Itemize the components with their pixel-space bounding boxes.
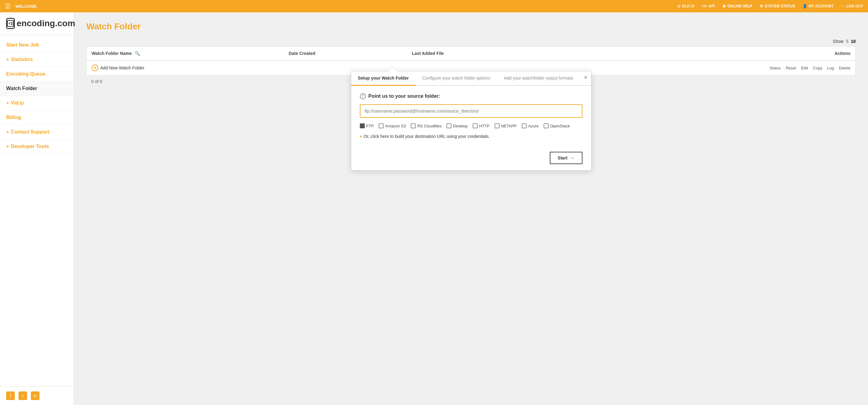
sidebar: encoding.com Start New Job + Statistics … xyxy=(0,12,74,405)
show-10-button[interactable]: 10 xyxy=(851,39,856,44)
sidebar-item-billing[interactable]: Billing xyxy=(0,111,74,125)
plus-icon-statistics: + xyxy=(6,57,9,62)
desktop-checkbox[interactable] xyxy=(446,123,452,128)
arrow-right-icon: → xyxy=(570,155,575,160)
protocol-openstack[interactable]: OpenStack xyxy=(544,123,570,128)
sidebar-item-contact-support[interactable]: + Contact Support xyxy=(0,125,74,139)
sidebar-item-start-new-job[interactable]: Start New Job xyxy=(0,38,74,53)
chevron-down-icon: ▾ xyxy=(360,134,362,139)
modal-overlay: × Setup your Watch Folder Configure your… xyxy=(86,46,856,88)
netapp-checkbox[interactable] xyxy=(495,123,499,128)
monitor-icon: 🖥 xyxy=(722,4,726,8)
modal-close-button[interactable]: × xyxy=(584,74,587,81)
sidebar-label-encoding-queue: Encoding Queue xyxy=(6,71,45,77)
rs-checkbox[interactable] xyxy=(411,123,416,128)
twitter-icon[interactable]: t xyxy=(19,392,27,400)
protocol-desktop[interactable]: Desktop xyxy=(446,123,468,128)
online-help-link[interactable]: 🖥 ONLINE HELP xyxy=(722,4,752,8)
sidebar-label-developer-tools: Developer Tools xyxy=(11,144,49,149)
sidebar-label-start-new-job: Start New Job xyxy=(6,42,39,48)
plus-icon-vidly: + xyxy=(6,100,9,106)
page-title: Watch Folder xyxy=(86,22,856,31)
protocol-azure[interactable]: Azure xyxy=(522,123,539,128)
build-url-link[interactable]: ▾ Or, click here to build your destinati… xyxy=(360,134,583,139)
sidebar-label-billing: Billing xyxy=(6,115,21,120)
my-account-link[interactable]: 👤 MY ACCOUNT xyxy=(803,4,834,8)
sidebar-label-contact-support: Contact Support xyxy=(11,129,49,135)
protocol-ftp[interactable]: FTP xyxy=(360,123,374,128)
logo: encoding.com xyxy=(0,12,74,35)
http-checkbox[interactable] xyxy=(473,123,477,128)
sidebar-item-statistics[interactable]: + Statistics xyxy=(0,53,74,67)
sidebar-item-developer-tools[interactable]: + Developer Tools xyxy=(0,139,74,154)
plus-icon-contact-support: + xyxy=(6,129,9,135)
old-ui-icon: ⊙ xyxy=(677,4,680,8)
protocol-http[interactable]: HTTP xyxy=(473,123,490,128)
sidebar-item-watch-folder[interactable]: Watch Folder xyxy=(0,82,74,96)
topbar-links: ⊙ OLD UI </> API 🖥 ONLINE HELP ⚙ SYSTEM … xyxy=(677,4,863,8)
modal-tabs: Setup your Watch Folder Configure your w… xyxy=(351,71,591,86)
show-5-button[interactable]: 5 xyxy=(846,39,848,44)
hamburger-icon[interactable]: ☰ xyxy=(5,2,10,10)
tab-setup[interactable]: Setup your Watch Folder xyxy=(351,71,416,86)
linkedin-icon[interactable]: in xyxy=(31,392,39,400)
logo-icon xyxy=(6,18,15,29)
modal-arrow xyxy=(388,67,397,71)
svg-rect-0 xyxy=(7,20,13,27)
sidebar-item-encoding-queue[interactable]: Encoding Queue xyxy=(0,67,74,82)
setup-watch-folder-modal: × Setup your Watch Folder Configure your… xyxy=(351,71,591,170)
sidebar-label-watch-folder: Watch Folder xyxy=(6,86,37,91)
api-icon: </> xyxy=(702,4,707,8)
show-label: Show xyxy=(833,39,844,44)
logo-text: encoding.com xyxy=(17,19,75,28)
svg-rect-1 xyxy=(11,22,13,23)
protocol-rs[interactable]: RS Cloudfiles xyxy=(411,123,441,128)
source-url-input[interactable] xyxy=(360,104,583,118)
gear-icon: ⚙ xyxy=(760,4,763,8)
system-status-link[interactable]: ⚙ SYSTEM STATUS xyxy=(760,4,795,8)
sidebar-footer: f t in xyxy=(0,386,74,405)
old-ui-link[interactable]: ⊙ OLD UI xyxy=(677,4,694,8)
protocol-s3[interactable]: Amazon S3 xyxy=(379,123,406,128)
tab-output[interactable]: Add your watchfolder output formats xyxy=(497,71,580,86)
start-button[interactable]: Start → xyxy=(550,152,583,164)
facebook-icon[interactable]: f xyxy=(6,392,15,400)
logout-link[interactable]: → LOG OUT xyxy=(841,4,863,8)
protocol-netapp[interactable]: NETAPP xyxy=(495,123,517,128)
logout-icon: → xyxy=(841,4,844,8)
sidebar-item-vidly[interactable]: + Vid.ly xyxy=(0,96,74,111)
azure-checkbox[interactable] xyxy=(522,123,527,128)
ftp-checkbox[interactable] xyxy=(360,123,365,128)
topbar: ☰ WELCOME, ⊙ OLD UI </> API 🖥 ONLINE HEL… xyxy=(0,0,868,12)
s3-checkbox[interactable] xyxy=(379,123,383,128)
api-link[interactable]: </> API xyxy=(702,4,715,8)
plus-icon-developer-tools: + xyxy=(6,144,9,149)
modal-footer: Start → xyxy=(351,152,591,170)
welcome-text: WELCOME, xyxy=(16,4,677,9)
protocol-options: FTP Amazon S3 RS Cloudfiles xyxy=(360,123,583,128)
show-controls: Show 5 10 xyxy=(86,39,856,44)
tab-configure[interactable]: Configure your watch folder options xyxy=(416,71,497,86)
user-icon: 👤 xyxy=(803,4,807,8)
sidebar-label-vidly: Vid.ly xyxy=(11,100,24,106)
sidebar-label-statistics: Statistics xyxy=(11,57,33,62)
main-layout: encoding.com Start New Job + Statistics … xyxy=(0,12,868,405)
section-title: ? Point us to your source folder: xyxy=(360,93,583,99)
content-area: Watch Folder Show 5 10 Watch Folder Name… xyxy=(74,12,868,405)
modal-body: ? Point us to your source folder: FTP xyxy=(351,86,591,152)
openstack-checkbox[interactable] xyxy=(544,123,549,128)
svg-rect-2 xyxy=(11,24,13,25)
help-icon[interactable]: ? xyxy=(360,93,366,99)
sidebar-nav: Start New Job + Statistics Encoding Queu… xyxy=(0,35,74,386)
watch-folder-table-container: Watch Folder Name 🔍 Date Created Last Ad… xyxy=(86,46,856,88)
